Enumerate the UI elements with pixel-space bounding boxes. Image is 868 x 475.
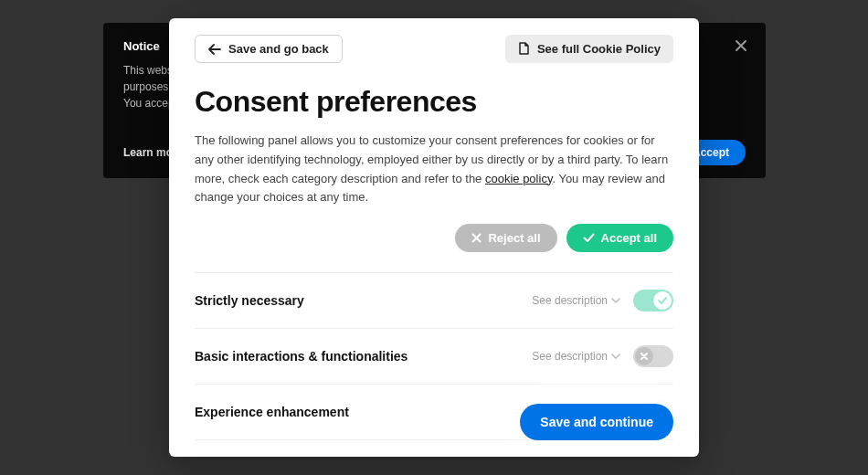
category-row-analytics: Analytics	[195, 440, 673, 457]
arrow-left-icon	[208, 44, 221, 55]
chevron-down-icon	[611, 354, 620, 359]
page-title: Consent preferences	[195, 85, 673, 119]
category-name: Experience enhancement	[195, 405, 349, 419]
policy-label: See full Cookie Policy	[537, 42, 661, 56]
document-icon	[518, 42, 530, 56]
save-continue-button[interactable]: Save and continue	[520, 404, 673, 440]
reject-label: Reject all	[488, 231, 540, 245]
consent-modal: Save and go back See full Cookie Policy …	[169, 18, 699, 457]
intro-text: The following panel allows you to custom…	[195, 132, 673, 207]
accept-label: Accept all	[601, 231, 657, 245]
x-icon	[471, 233, 482, 243]
see-description-toggle[interactable]: See description	[532, 294, 620, 307]
save-go-back-button[interactable]: Save and go back	[195, 35, 343, 63]
toggle-strictly-necessary	[633, 290, 673, 311]
category-name: Strictly necessary	[195, 293, 304, 308]
check-icon	[583, 233, 595, 243]
chevron-down-icon	[611, 298, 620, 303]
cookie-policy-link[interactable]: cookie policy	[485, 172, 552, 185]
modal-scroll[interactable]: Save and go back See full Cookie Policy …	[169, 18, 699, 457]
close-icon[interactable]	[735, 39, 747, 52]
category-row-strictly-necessary: Strictly necessary See description	[195, 273, 673, 329]
category-name: Basic interactions & functionalities	[195, 349, 408, 364]
toggle-basic-interactions[interactable]	[633, 345, 673, 367]
category-row-basic-interactions: Basic interactions & functionalities See…	[195, 329, 673, 385]
back-label: Save and go back	[228, 42, 329, 56]
cookie-policy-button[interactable]: See full Cookie Policy	[505, 35, 673, 63]
accept-all-button[interactable]: Accept all	[566, 224, 673, 252]
see-description-toggle[interactable]: See description	[532, 350, 620, 363]
reject-all-button[interactable]: Reject all	[455, 224, 556, 252]
